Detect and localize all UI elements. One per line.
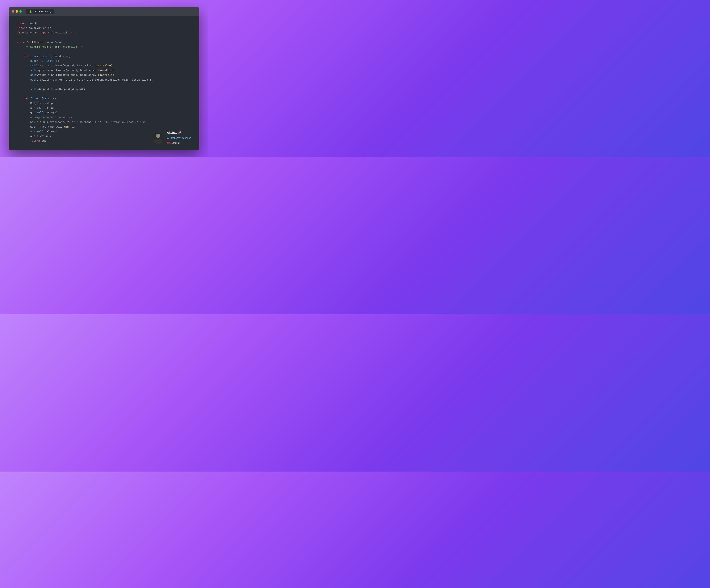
avatar-photo [152, 131, 164, 144]
code-line-13: self.register_buffer('tril', torch.tril(… [17, 78, 191, 82]
code-line-11: self.query = nn.Linear(n_embd, head_size… [17, 68, 191, 73]
code-line-12: self.value = nn.Linear(n_embd, head_size… [17, 73, 191, 77]
code-window: 🐍 self_attention.py import torch import … [9, 7, 199, 150]
minimize-button[interactable] [16, 10, 18, 13]
code-line-6: """ Single head of self-attention """ [17, 45, 191, 49]
python-icon: 🐍 [29, 10, 32, 13]
signature: Akshay 🚀 🐦 @akshay_pachaar 微博 @高飞 [152, 130, 191, 145]
code-line-10: self.key = nn.Linear(n_embd, head_size, … [17, 64, 191, 68]
code-line-20: q = self.query(x) [17, 111, 191, 115]
code-line-5: class SelfAttention(nn.Module): [17, 40, 191, 45]
code-line-18: B,T,C = x.shape [17, 101, 191, 106]
sig-name: Akshay 🚀 [167, 130, 191, 136]
code-line-3: from torch.nn import functional as F [17, 30, 191, 35]
traffic-lights [12, 10, 22, 13]
blank-line-4 [17, 35, 191, 40]
file-tab[interactable]: 🐍 self_attention.py [26, 9, 54, 14]
twitter-icon: 🐦 [167, 137, 170, 139]
sig-twitter: 🐦 @akshay_pachaar [167, 136, 191, 140]
sig-info: Akshay 🚀 🐦 @akshay_pachaar 微博 @高飞 [167, 130, 191, 145]
code-editor: import torch import torch.nn as nn from … [9, 16, 199, 150]
code-line-15: self.dropout = nn.Dropout(dropout) [17, 87, 191, 92]
code-line-23: wei = F.softmax(wei, dim=-1) [17, 125, 191, 129]
blank-line-16 [17, 92, 191, 96]
close-button[interactable] [12, 10, 14, 13]
blank-line-7 [17, 49, 191, 54]
code-line-9: super().__init__() [17, 59, 191, 64]
code-line-19: k = self.key(x) [17, 106, 191, 111]
code-line-22: wei = q @ k.transpose(-2,-1) * k.shape[-… [17, 120, 191, 125]
titlebar: 🐍 self_attention.py [9, 7, 199, 16]
tab-filename: self_attention.py [33, 10, 51, 13]
code-line-8: def __init__(self, head_size): [17, 54, 191, 59]
code-line-1: import torch [17, 21, 191, 26]
code-line-2: import torch.nn as nn [17, 26, 191, 30]
code-line-17: def forward(self, x): [17, 96, 191, 101]
code-line-21: # compute attention scores [17, 115, 191, 120]
weibo-icon: 微博 [167, 142, 172, 144]
avatar [152, 131, 164, 144]
sig-weibo: 微博 @高飞 [167, 141, 191, 145]
maximize-button[interactable] [19, 10, 22, 13]
blank-line-14 [17, 82, 191, 87]
